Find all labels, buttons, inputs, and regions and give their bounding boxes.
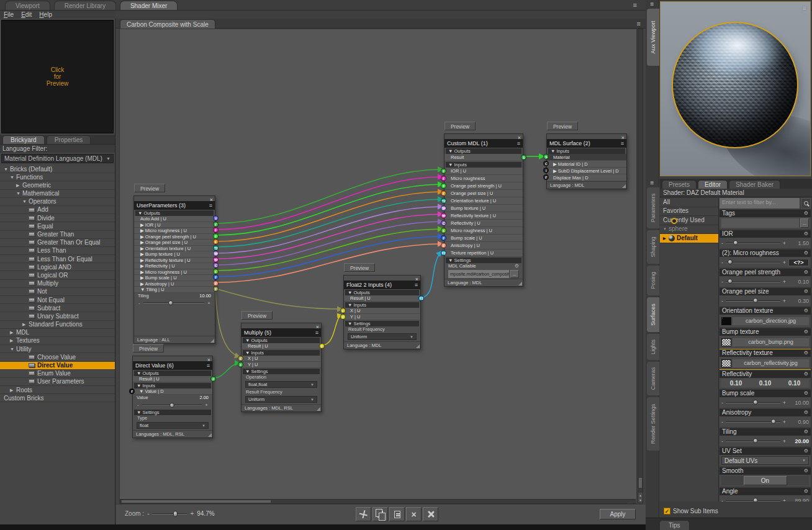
texture-thumbnail[interactable] (721, 317, 731, 325)
port-row[interactable]: ▶ Anisotropy | UF (134, 281, 215, 287)
tab-shader-mixer[interactable]: Shader Mixer (120, 1, 178, 10)
language-filter-dropdown[interactable]: Material Definition Language (MDL) ▼ (1, 154, 114, 163)
brick-tree-item[interactable]: ▶Standard Functions (0, 321, 115, 329)
node-mdl-surface[interactable]: Preview×MDL Surface (2)≡▼ InputsMaterial… (546, 133, 627, 189)
node-section-header[interactable]: ▼ Outputs (345, 290, 419, 295)
brick-tree-item[interactable]: Add (0, 206, 115, 214)
node-section-header[interactable]: ▼ Outputs (243, 338, 320, 343)
gear-icon[interactable]: ⚙ (804, 230, 808, 238)
brick-tree-item[interactable]: Equal (0, 222, 115, 230)
node-menu-icon[interactable]: ≡ (209, 201, 212, 210)
port-row[interactable]: Y | UF (241, 362, 321, 368)
texture-filename[interactable]: carbon_direction.jpg (733, 317, 809, 325)
brick-tree-item[interactable]: Logical OR (0, 271, 115, 279)
tab-shaping[interactable]: Shaping (647, 230, 659, 264)
gear-icon[interactable]: ⚙ (804, 467, 808, 475)
port-row[interactable]: ▶ Material ID | DC (547, 161, 626, 168)
port-row[interactable]: Result | UF (133, 376, 212, 382)
panel-menu-icon[interactable]: ≡ (646, 179, 659, 187)
output-connector-icon[interactable]: TP (213, 257, 219, 263)
slider-thumb[interactable] (168, 300, 173, 305)
brick-tree-item[interactable]: ▶Textures (0, 337, 115, 345)
list-item-default[interactable]: ▶Default (660, 234, 718, 243)
port-row[interactable]: X | UF (241, 356, 321, 362)
expand-icon[interactable]: ▶ (22, 321, 29, 329)
output-connector-icon[interactable]: F (213, 281, 219, 286)
list-item-sphere[interactable]: ▼sphere (660, 225, 718, 235)
input-connector-icon[interactable]: F (238, 362, 243, 367)
property-value[interactable]: 0.10 (721, 379, 751, 387)
toggle-button[interactable]: On (744, 476, 787, 485)
port-row[interactable]: Y | UF (344, 314, 420, 320)
texture-thumbnail[interactable] (721, 338, 731, 346)
property-slider[interactable]: -+10.00 (721, 398, 809, 406)
property-value[interactable]: 0.10 (751, 379, 780, 387)
gear-icon[interactable]: ⚙ (804, 390, 808, 397)
preview-sphere[interactable] (672, 22, 798, 148)
input-connector-icon[interactable]: F (441, 183, 446, 189)
node-section-header[interactable]: ▼ Inputs (243, 350, 320, 356)
gear-icon[interactable]: ⚙ (804, 307, 808, 315)
expand-icon[interactable]: ▶ (663, 234, 669, 243)
wire[interactable] (214, 363, 240, 378)
property-slider[interactable]: -+0.90 (721, 418, 809, 426)
texture-filename[interactable]: carbon_reflectivity.jpg (733, 359, 809, 367)
tab-presets[interactable]: Presets (662, 180, 697, 189)
node-section-header[interactable]: ▼ Settings (446, 258, 521, 263)
port-row[interactable]: Micro roughnessF (444, 175, 523, 182)
port-row[interactable]: Orientation texture | UT2 (444, 197, 523, 205)
expand-icon[interactable]: ▶ (10, 329, 16, 337)
brick-tree-item[interactable]: Logical AND (0, 263, 115, 271)
brick-tree-item[interactable]: Enum Value (0, 370, 115, 378)
property-slider[interactable]: -+89.90 (721, 496, 809, 501)
tab-cameras[interactable]: Cameras (647, 362, 659, 395)
port-row[interactable]: ▶ Micro roughness | UF (134, 269, 215, 276)
input-connector-icon[interactable]: I (543, 168, 549, 173)
node-menu-icon[interactable]: ≡ (315, 328, 318, 337)
paste-button[interactable] (389, 507, 405, 521)
port-row[interactable]: ▶ Bump scale | UF (134, 275, 215, 281)
dropdown[interactable]: Default UVs▼ (721, 456, 809, 465)
port-row[interactable]: Result | UF2 (344, 295, 420, 302)
input-connector-icon[interactable]: F (129, 389, 135, 394)
node-section-header[interactable]: ▼ Settings (243, 369, 320, 374)
menu-edit[interactable]: Edit (21, 11, 32, 18)
collapse-icon[interactable]: ▼ (22, 198, 29, 206)
port-row[interactable]: Orange peel size | UF (444, 190, 523, 197)
copy-button[interactable] (372, 507, 388, 521)
slider-thumb[interactable] (169, 403, 174, 408)
gear-icon[interactable]: ⚙ (804, 447, 808, 455)
dropdown[interactable]: Uniform▼ (245, 396, 317, 403)
tab-parameters[interactable]: Parameters (647, 187, 659, 228)
brick-tree-item[interactable]: ▶MDL (0, 329, 115, 337)
node-section-header[interactable]: ▼ Settings (345, 321, 419, 326)
dropdown[interactable]: float,float▼ (245, 381, 317, 388)
port-row[interactable]: ResultS (444, 154, 523, 161)
tab-editor[interactable]: Editor (698, 180, 728, 189)
delete-button[interactable]: × (406, 507, 422, 521)
brick-tree-item[interactable]: Direct Value (0, 362, 115, 370)
node-preview-button[interactable]: Preview (547, 122, 578, 130)
list-item-all[interactable]: All (660, 198, 718, 207)
node-user-parameters[interactable]: Preview×UserParameters (3)≡▼ OutputsAuto… (133, 195, 215, 344)
property-slider[interactable]: -+0.30 (721, 297, 809, 305)
move-button[interactable] (356, 507, 371, 521)
expand-icon[interactable]: ▶ (10, 386, 16, 394)
node-section-header[interactable]: ▼ Outputs (135, 210, 214, 216)
wire[interactable] (215, 289, 240, 357)
gear-icon[interactable]: ⚙ (804, 409, 808, 416)
panel-menu-icon[interactable]: ≡ (633, 1, 637, 9)
node-preview-button[interactable]: Preview (444, 122, 476, 130)
input-connector-icon[interactable]: F (441, 243, 446, 248)
port-row[interactable]: ▶ Reflectivity texture | UTP (134, 258, 215, 264)
output-connector-icon[interactable]: F (319, 343, 325, 349)
port-row[interactable]: X | UF (344, 308, 420, 314)
brick-tree-item[interactable]: ▶Geometric (0, 181, 115, 189)
port-row[interactable]: ▶ Orange peel strength | UF (134, 234, 215, 240)
list-item-favorites[interactable]: Favorites (660, 207, 718, 217)
wire[interactable] (323, 315, 342, 345)
node-direct-value[interactable]: Preview×Direct Value (6)≡▼ OutputsResult… (132, 356, 213, 438)
port-row[interactable]: Texture repetition | UF2 (444, 249, 523, 257)
texture-filename[interactable]: carbon_bump.png (733, 338, 809, 346)
node-slider[interactable]: -+ (134, 299, 215, 307)
